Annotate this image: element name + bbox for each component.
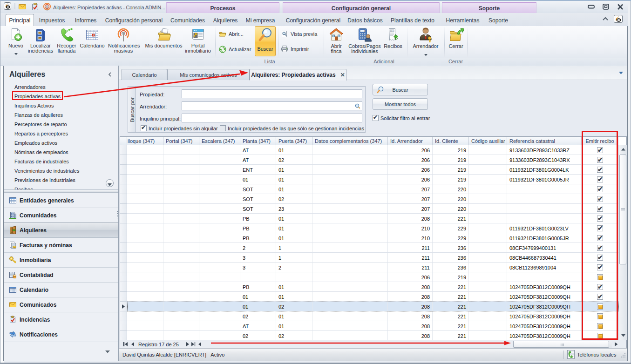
svg-text:T: T	[391, 30, 393, 32]
svg-text:0: 0	[364, 30, 366, 33]
